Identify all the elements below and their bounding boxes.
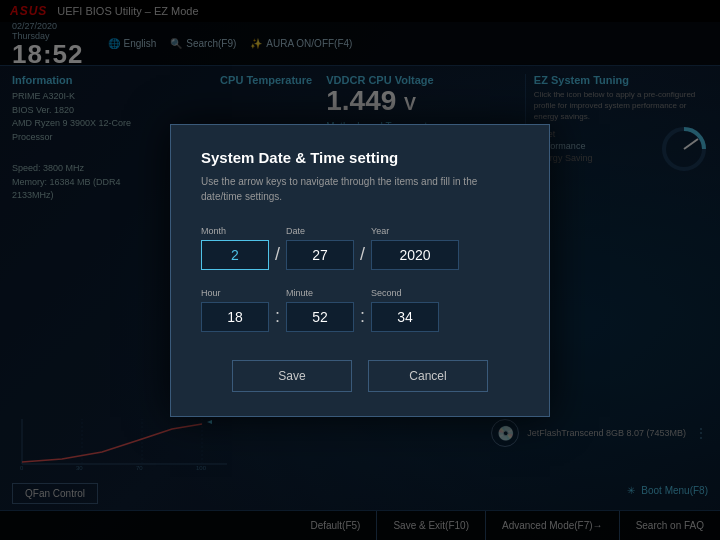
datetime-modal: System Date & Time setting Use the arrow… [170,124,550,417]
date-label: Date [286,226,354,236]
date-sep-2: / [354,244,371,265]
modal-title: System Date & Time setting [201,149,519,166]
time-sep-1: : [269,306,286,327]
time-sep-2: : [354,306,371,327]
date-input[interactable] [286,240,354,270]
cancel-button[interactable]: Cancel [368,360,488,392]
save-button[interactable]: Save [232,360,352,392]
time-row: Hour : Minute : Second [201,288,519,332]
hour-label: Hour [201,288,269,298]
modal-desc: Use the arrow keys to navigate through t… [201,174,519,204]
hour-field: Hour [201,288,269,332]
minute-input[interactable] [286,302,354,332]
minute-field: Minute [286,288,354,332]
modal-overlay: System Date & Time setting Use the arrow… [0,0,720,540]
date-field: Date [286,226,354,270]
year-input[interactable] [371,240,459,270]
month-label: Month [201,226,269,236]
second-field: Second [371,288,439,332]
minute-label: Minute [286,288,354,298]
modal-actions: Save Cancel [201,360,519,392]
month-input[interactable] [201,240,269,270]
second-input[interactable] [371,302,439,332]
year-field: Year [371,226,459,270]
second-label: Second [371,288,439,298]
hour-input[interactable] [201,302,269,332]
month-field: Month [201,226,269,270]
date-row: Month / Date / Year [201,226,519,270]
year-label: Year [371,226,459,236]
date-sep-1: / [269,244,286,265]
datetime-grid: Month / Date / Year [201,226,519,332]
